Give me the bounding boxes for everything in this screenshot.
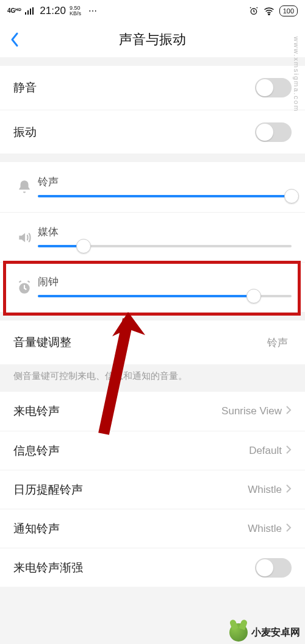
svg-rect-0 (25, 12, 26, 15)
volume-key-desc: 侧音量键可控制来电、信息和通知的音量。 (0, 364, 305, 392)
row-ascending[interactable]: 来电铃声渐强 (0, 548, 305, 587)
page-title: 声音与振动 (0, 30, 305, 49)
data-speed: 9.50 KB/s (70, 5, 81, 16)
svg-point-5 (268, 14, 270, 15)
watermark-brand-text: 小麦安卓网 (251, 626, 300, 639)
alarm-icon (11, 280, 38, 295)
alarm-status-icon (249, 6, 259, 16)
svg-rect-1 (27, 10, 29, 15)
mute-label: 静音 (13, 80, 255, 96)
row-message-ringtone[interactable]: 信息铃声 Default (0, 431, 305, 470)
slider-row-ringtone: 铃声 (0, 162, 305, 212)
alarm-slider[interactable] (38, 295, 292, 297)
header: 声音与振动 (0, 22, 305, 57)
calendar-ringtone-value: Whistle (248, 484, 282, 496)
ascending-toggle[interactable] (255, 558, 292, 578)
watermark-url: www.xmsigma.com (293, 37, 300, 112)
message-ringtone-value: Default (249, 445, 282, 457)
wifi-icon (264, 7, 274, 15)
notify-ringtone-value: Whistle (248, 523, 282, 535)
more-icon: ⋯ (88, 6, 98, 16)
status-bar: 4Gᴴᴰ 21:20 9.50 KB/s ⋯ 100 (0, 0, 305, 22)
chevron-right-icon (285, 405, 292, 417)
chevron-right-icon (285, 484, 292, 496)
calendar-ringtone-label: 日历提醒铃声 (13, 482, 248, 498)
svg-rect-2 (30, 9, 31, 15)
row-mute[interactable]: 静音 (0, 66, 305, 110)
row-incoming-ringtone[interactable]: 来电铃声 Sunrise View (0, 392, 305, 431)
slider-row-media: 媒体 (0, 212, 305, 262)
ringtone-slider-label: 铃声 (38, 175, 292, 189)
alarm-slider-label: 闹钟 (38, 275, 292, 289)
media-slider[interactable] (38, 245, 292, 247)
vibrate-label: 振动 (13, 124, 255, 140)
back-button[interactable] (0, 22, 29, 57)
volume-key-label: 音量键调整 (13, 334, 267, 350)
speaker-icon (11, 230, 38, 246)
network-indicator: 4Gᴴᴰ (7, 8, 21, 14)
clock-time: 21:20 (40, 5, 66, 17)
signal-icon (25, 7, 34, 15)
chevron-right-icon (285, 445, 292, 457)
battery-indicator: 100 (279, 5, 298, 16)
row-vibrate[interactable]: 振动 (0, 110, 305, 154)
vibrate-toggle[interactable] (255, 122, 292, 142)
row-calendar-ringtone[interactable]: 日历提醒铃声 Whistle (0, 470, 305, 509)
ascending-label: 来电铃声渐强 (13, 560, 255, 576)
svg-rect-3 (32, 7, 34, 15)
bell-icon (11, 179, 38, 195)
notify-ringtone-label: 通知铃声 (13, 521, 248, 537)
row-volume-key[interactable]: 音量键调整 铃声 (0, 320, 305, 364)
watermark-brand: 小麦安卓网 (229, 623, 300, 642)
chevron-right-icon (285, 523, 292, 535)
message-ringtone-label: 信息铃声 (13, 443, 249, 459)
volume-key-value: 铃声 (267, 336, 288, 350)
media-slider-label: 媒体 (38, 225, 292, 239)
incoming-ringtone-label: 来电铃声 (13, 403, 221, 419)
ringtone-slider[interactable] (38, 195, 292, 197)
watermark-logo-icon (229, 623, 248, 642)
slider-row-alarm: 闹钟 (0, 262, 305, 312)
row-notify-ringtone[interactable]: 通知铃声 Whistle (0, 509, 305, 548)
incoming-ringtone-value: Sunrise View (221, 405, 282, 417)
mute-toggle[interactable] (255, 78, 292, 97)
